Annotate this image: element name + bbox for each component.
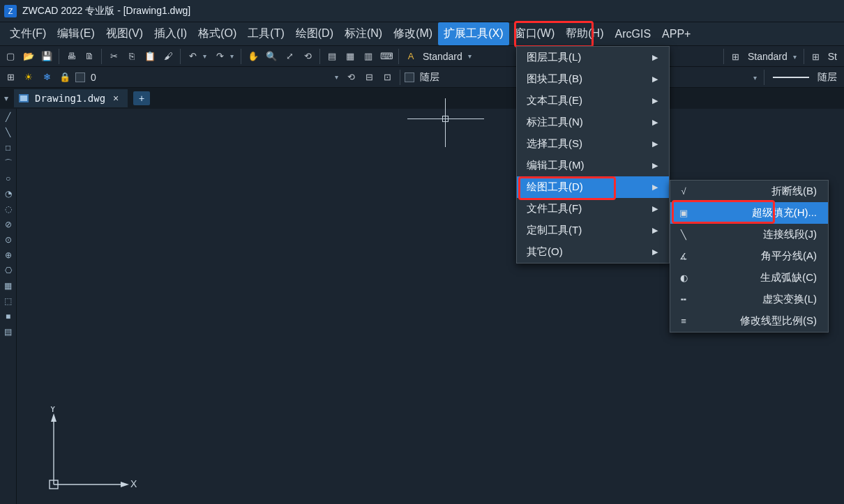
submenu-customize-tools[interactable]: 定制工具(T)▶ [517, 220, 669, 241]
calculator-icon[interactable]: ⌨ [379, 49, 394, 64]
layer-lock-icon[interactable]: 🔒 [57, 70, 73, 85]
layer-dropdown-arrow-icon[interactable]: ▾ [335, 73, 341, 81]
submenu-dim-tools[interactable]: 标注工具(N)▶ [517, 112, 669, 133]
line-tool-icon[interactable]: ╱ [1, 110, 15, 124]
menu-modify[interactable]: 修改(M) [388, 22, 438, 45]
submenu-other[interactable]: 其它(O)▶ [517, 241, 669, 263]
save-file-icon[interactable]: 💾 [39, 49, 54, 64]
menu-view[interactable]: 视图(V) [100, 22, 149, 45]
layer-iso-icon[interactable]: ⊡ [380, 70, 395, 85]
print-preview-icon[interactable]: 🗎 [82, 49, 97, 64]
menu-express-tools[interactable]: 扩展工具(X) [438, 22, 508, 45]
submenu-label: 其它(O) [527, 245, 563, 259]
tablestyle-dropdown[interactable]: Standard [746, 51, 790, 62]
item-label: 生成弧缺(C) [760, 271, 817, 284]
zoom-icon[interactable]: 🔍 [264, 49, 279, 64]
item-hidden-toggle[interactable]: ╍虚实变换(L) [670, 289, 828, 310]
copy-icon[interactable]: ⎘ [124, 49, 140, 64]
tabs-scroll-left-icon[interactable]: ▾ [1, 90, 11, 107]
insert-block-tool-icon[interactable]: ▦ [1, 279, 15, 293]
ellipse-arc-tool-icon[interactable]: ⎔ [1, 264, 15, 277]
spline-tool-icon[interactable]: ⊙ [1, 233, 15, 247]
item-arc-complement[interactable]: ◐生成弧缺(C) [670, 267, 828, 289]
menu-format[interactable]: 格式(O) [193, 22, 242, 45]
menu-app-plus[interactable]: APP+ [656, 24, 696, 45]
layer-walk-icon[interactable]: ⊟ [362, 70, 377, 85]
menu-dimension[interactable]: 标注(N) [339, 22, 388, 45]
divider [723, 49, 724, 64]
menu-arcgis[interactable]: ArcGIS [609, 24, 656, 45]
color-bylayer-dropdown[interactable]: 随层 [419, 71, 442, 84]
document-tab[interactable]: Drawing1.dwg × [14, 89, 128, 107]
layer-previous-icon[interactable]: ⟲ [344, 70, 359, 85]
submenu-edit-tools[interactable]: 编辑工具(M)▶ [517, 155, 669, 176]
submenu-file-tools[interactable]: 文件工具(F)▶ [517, 198, 669, 220]
menu-insert[interactable]: 插入(I) [149, 22, 193, 45]
properties-icon[interactable]: ▤ [324, 49, 340, 64]
express-tools-menu: 图层工具(L)▶ 图块工具(B)▶ 文本工具(E)▶ 标注工具(N)▶ 选择工具… [516, 46, 670, 264]
item-breakline[interactable]: √折断线(B) [670, 181, 828, 202]
rectangle-tool-icon[interactable]: ○ [1, 171, 15, 185]
menu-edit[interactable]: 编辑(E) [52, 22, 100, 45]
item-superhatch[interactable]: ▣超级填充(H)... [670, 202, 828, 224]
hatch-tool-icon[interactable]: ▤ [1, 325, 15, 339]
tab-close-icon[interactable]: × [111, 93, 121, 103]
print-icon[interactable]: 🖶 [63, 49, 79, 64]
item-join-lines[interactable]: ╲连接线段(J) [670, 224, 828, 245]
menu-window[interactable]: 窗口(W) [509, 22, 561, 45]
match-properties-icon[interactable]: 🖌 [160, 49, 176, 64]
layer-name-dropdown[interactable]: 0 [89, 72, 99, 83]
revcloud-tool-icon[interactable]: ⊘ [1, 217, 15, 231]
arc-tool-icon[interactable]: ◔ [1, 187, 15, 201]
layer-state-icon[interactable]: ☀ [21, 70, 36, 85]
polyline-tool-icon[interactable]: □ [1, 141, 15, 155]
menu-file[interactable]: 文件(F) [4, 22, 52, 45]
menu-draw[interactable]: 绘图(D) [290, 22, 339, 45]
open-file-icon[interactable]: 📂 [21, 49, 36, 64]
redo-dropdown-icon[interactable]: ▾ [230, 52, 236, 60]
zoom-window-icon[interactable]: ⤢ [282, 49, 297, 64]
new-tab-button[interactable]: + [133, 91, 150, 105]
submenu-label: 定制工具(T) [527, 224, 582, 237]
textstyle-dropdown[interactable]: Standard [421, 51, 465, 62]
bisector-icon: ∡ [677, 251, 690, 261]
submenu-layer-tools[interactable]: 图层工具(L)▶ [517, 47, 669, 68]
lw-dropdown-arrow-icon[interactable]: ▾ [753, 74, 760, 82]
text-style-icon[interactable]: A [403, 49, 419, 64]
submenu-draw-tools[interactable]: 绘图工具(D)▶ [517, 176, 669, 198]
layer-freeze-icon[interactable]: ❄ [39, 70, 54, 85]
toolpalette-icon[interactable]: ▥ [361, 49, 376, 64]
item-ltscale[interactable]: ≡修改线型比例(S) [670, 310, 828, 332]
color-swatch[interactable] [405, 72, 414, 82]
item-bisector[interactable]: ∡角平分线(A) [670, 245, 828, 267]
xline-tool-icon[interactable]: ╲ [1, 125, 15, 139]
point-tool-icon[interactable]: ■ [1, 310, 15, 323]
menu-help[interactable]: 帮助(H) [560, 22, 609, 45]
pan-icon[interactable]: ✋ [246, 49, 261, 64]
lineweight-bylayer-dropdown[interactable]: 随层 [816, 71, 840, 84]
new-file-icon[interactable]: ▢ [3, 49, 18, 64]
zoom-previous-icon[interactable]: ⟲ [300, 49, 315, 64]
menu-tools[interactable]: 工具(T) [242, 22, 289, 45]
cut-icon[interactable]: ✂ [106, 49, 121, 64]
submenu-label: 文本工具(E) [527, 94, 582, 107]
tablestyle-dropdown-arrow-icon[interactable]: ▾ [793, 53, 799, 61]
polygon-tool-icon[interactable]: ⌒ [1, 156, 15, 170]
paste-icon[interactable]: 📋 [142, 49, 158, 64]
submenu-text-tools[interactable]: 文本工具(E)▶ [517, 90, 669, 112]
undo-dropdown-icon[interactable]: ▾ [203, 52, 209, 60]
undo-icon[interactable]: ↶ [185, 49, 200, 64]
make-block-tool-icon[interactable]: ⬚ [1, 294, 15, 308]
circle-tool-icon[interactable]: ◌ [1, 202, 15, 216]
textstyle-dropdown-arrow-icon[interactable]: ▾ [468, 52, 474, 60]
table-style-icon[interactable]: ⊞ [728, 49, 744, 64]
layer-manager-icon[interactable]: ⊞ [3, 70, 18, 85]
arccomp-icon: ◐ [677, 273, 690, 283]
designcenter-icon[interactable]: ▦ [342, 49, 358, 64]
ellipse-tool-icon[interactable]: ⊕ [1, 248, 15, 262]
extra-icon[interactable]: ⊞ [808, 49, 824, 64]
layer-color-swatch[interactable] [75, 72, 85, 82]
submenu-select-tools[interactable]: 选择工具(S)▶ [517, 133, 669, 155]
redo-icon[interactable]: ↷ [212, 49, 227, 64]
submenu-block-tools[interactable]: 图块工具(B)▶ [517, 68, 669, 90]
